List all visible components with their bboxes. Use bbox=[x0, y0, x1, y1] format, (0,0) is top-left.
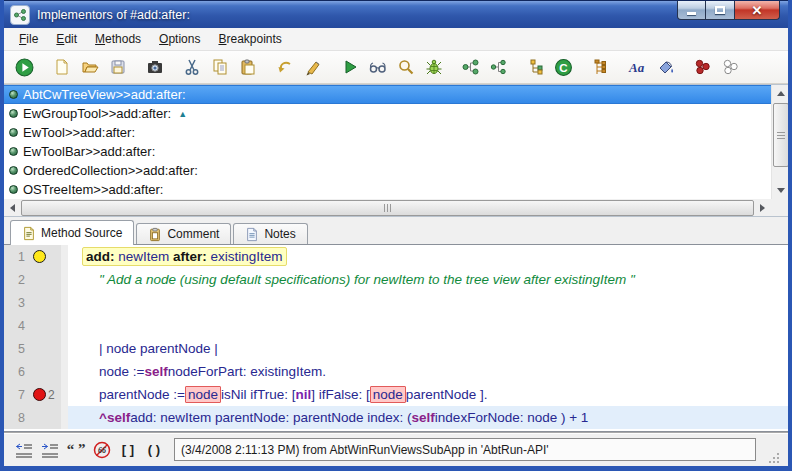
status-text: (3/4/2008 2:11:13 PM) from AbtWinRunView… bbox=[181, 443, 549, 457]
breakpoint-gutter[interactable] bbox=[30, 360, 61, 383]
editor-line-5[interactable]: 5| node parentNode | bbox=[4, 337, 788, 360]
implementor-row[interactable]: EwGroupTool>>add:after:▲ bbox=[4, 104, 771, 123]
toolbar-separator bbox=[263, 67, 272, 68]
parentheses-icon[interactable]: ( ) bbox=[142, 439, 166, 461]
menu-item-options[interactable]: Options bbox=[150, 30, 209, 48]
code-line-text: | node parentNode | bbox=[68, 337, 788, 360]
scroll-up-button[interactable] bbox=[772, 85, 789, 102]
svg-text:Aa: Aa bbox=[628, 60, 645, 75]
editor-line-4[interactable]: 4 bbox=[4, 314, 788, 337]
horizontal-scroll-thumb[interactable] bbox=[21, 200, 754, 216]
menu-item-edit[interactable]: Edit bbox=[47, 30, 86, 48]
breakpoint-gutter[interactable] bbox=[30, 268, 61, 291]
search-icon[interactable] bbox=[393, 55, 418, 80]
list-vertical-scrollbar[interactable] bbox=[771, 85, 788, 199]
toolbar-separator bbox=[133, 67, 142, 68]
screenshot-icon[interactable] bbox=[142, 55, 167, 80]
implementors-rows: AbtCwTreeView>>add:after:EwGroupTool>>ad… bbox=[4, 85, 771, 199]
implementor-label: OrderedCollection>>add:after: bbox=[23, 163, 198, 178]
editor-line-1[interactable]: 1add: newItem after: existingItem bbox=[4, 245, 788, 268]
implementor-row[interactable]: EwToolBar>>add:after: bbox=[4, 142, 771, 161]
title-bar[interactable]: Implementors of #add:after: ✕ bbox=[0, 0, 792, 28]
comment-clipboard-icon bbox=[148, 227, 162, 242]
gutter-edge bbox=[61, 268, 68, 291]
undo-icon[interactable] bbox=[272, 55, 297, 80]
maximize-button[interactable] bbox=[706, 1, 734, 20]
app-window: Implementors of #add:after: ✕ FileEditMe… bbox=[0, 0, 792, 471]
red-breakpoint-icon[interactable] bbox=[33, 388, 46, 401]
menu-item-breakpoints[interactable]: Breakpoints bbox=[209, 30, 290, 48]
implementor-label: EwTool>>add:after: bbox=[23, 125, 135, 140]
menu-item-methods[interactable]: Methods bbox=[86, 30, 150, 48]
scroll-right-button[interactable] bbox=[754, 199, 771, 216]
breakpoint-gutter[interactable] bbox=[30, 406, 61, 429]
breakpoints-enabled-icon[interactable] bbox=[690, 55, 715, 80]
open-icon[interactable] bbox=[77, 55, 102, 80]
implementor-row[interactable]: OrderedCollection>>add:after: bbox=[4, 161, 771, 180]
code-segment: nil bbox=[296, 387, 312, 402]
shift-right-icon[interactable] bbox=[38, 439, 62, 461]
brackets-icon[interactable]: [ ] bbox=[116, 439, 140, 461]
breakpoints-disabled-icon[interactable] bbox=[718, 55, 743, 80]
code-editor[interactable]: 1add: newItem after: existingItem2" Add … bbox=[4, 244, 788, 432]
menu-item-file[interactable]: File bbox=[10, 30, 47, 48]
list-horizontal-scrollbar[interactable] bbox=[4, 199, 771, 216]
line-number: 2 bbox=[4, 268, 30, 291]
method-sphere-icon bbox=[9, 90, 18, 99]
implementor-row[interactable]: OSTreeItem>>add:after: bbox=[4, 180, 771, 199]
svg-text:66: 66 bbox=[98, 446, 106, 455]
quotes-icon[interactable]: “ ” bbox=[64, 439, 88, 461]
categories-grid-icon[interactable] bbox=[588, 55, 613, 80]
breakpoint-gutter[interactable] bbox=[30, 314, 61, 337]
search-match-highlight: node bbox=[370, 386, 406, 403]
execute-icon[interactable] bbox=[337, 55, 362, 80]
paste-icon[interactable] bbox=[235, 55, 260, 80]
toolbar-separator bbox=[579, 67, 588, 68]
implementor-row[interactable]: AbtCwTreeView>>add:after: bbox=[4, 85, 771, 104]
editor-line-7[interactable]: 72parentNode := node isNil ifTrue: [ nil… bbox=[4, 383, 788, 406]
copy-icon[interactable] bbox=[207, 55, 232, 80]
shift-left-icon[interactable] bbox=[12, 439, 36, 461]
tab-comment[interactable]: Comment bbox=[136, 223, 231, 244]
implementor-row[interactable]: EwTool>>add:after: bbox=[4, 123, 771, 142]
vertical-scroll-thumb[interactable] bbox=[773, 103, 789, 167]
scroll-down-button[interactable] bbox=[772, 182, 789, 199]
new-method-icon[interactable] bbox=[49, 55, 74, 80]
code-segment: " Add a node (using default specificatio… bbox=[99, 272, 635, 287]
remove-comment-icon[interactable]: 66 bbox=[90, 439, 114, 461]
breakpoint-gutter[interactable] bbox=[30, 245, 61, 268]
text-format-icon[interactable]: Aa bbox=[625, 55, 650, 80]
run-workspace-icon[interactable] bbox=[12, 55, 37, 80]
correct-icon[interactable] bbox=[300, 55, 325, 80]
hierarchy-icon[interactable] bbox=[523, 55, 548, 80]
tab-notes[interactable]: Notes bbox=[233, 223, 307, 244]
gutter-edge bbox=[61, 337, 68, 360]
senders-graph-icon[interactable] bbox=[458, 55, 483, 80]
debug-icon[interactable] bbox=[421, 55, 446, 80]
minimize-icon bbox=[687, 12, 696, 15]
editor-line-6[interactable]: 6node := self nodeForPart: existingItem. bbox=[4, 360, 788, 383]
yellow-breakpoint-icon[interactable] bbox=[33, 250, 46, 263]
highlight-icon[interactable] bbox=[653, 55, 678, 80]
resize-grip[interactable] bbox=[768, 452, 780, 464]
breakpoint-gutter[interactable] bbox=[30, 291, 61, 314]
breakpoint-gutter[interactable]: 2 bbox=[30, 383, 61, 406]
breakpoint-gutter[interactable] bbox=[30, 337, 61, 360]
minimize-button[interactable] bbox=[677, 1, 706, 20]
class-c-icon[interactable]: C bbox=[551, 55, 576, 80]
code-line-text: add: newItem after: existingItem bbox=[68, 245, 788, 268]
method-sphere-icon bbox=[9, 166, 18, 175]
cut-icon[interactable] bbox=[179, 55, 204, 80]
editor-line-2[interactable]: 2" Add a node (using default specificati… bbox=[4, 268, 788, 291]
browse-spectacles-icon[interactable] bbox=[365, 55, 390, 80]
tab-method-source[interactable]: Method Source bbox=[10, 220, 134, 245]
toolbar-separator bbox=[514, 67, 523, 68]
line-number: 3 bbox=[4, 291, 30, 314]
implementors-graph-icon[interactable] bbox=[486, 55, 511, 80]
editor-line-8[interactable]: 8^self add: newItem parentNode: parentNo… bbox=[4, 406, 788, 429]
editor-line-3[interactable]: 3 bbox=[4, 291, 788, 314]
code-segment: parentNode := bbox=[99, 387, 185, 402]
close-button[interactable]: ✕ bbox=[734, 1, 780, 20]
save-icon[interactable] bbox=[105, 55, 130, 80]
scroll-left-button[interactable] bbox=[4, 199, 21, 216]
